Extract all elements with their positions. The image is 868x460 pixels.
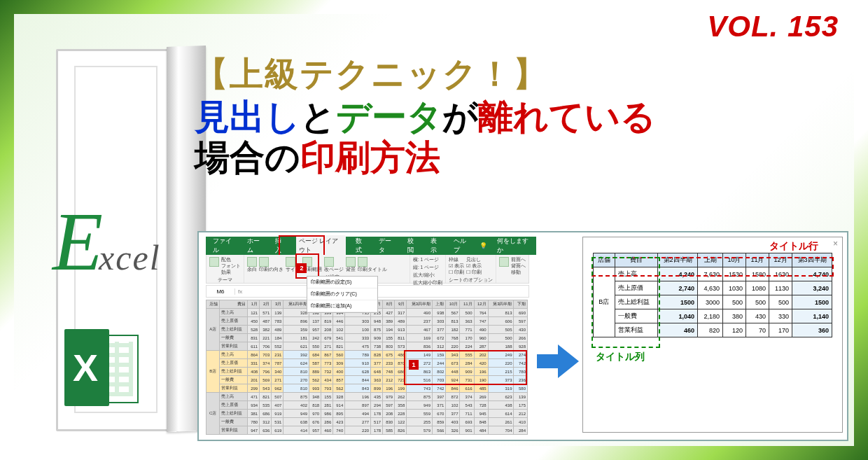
menu-clear-print-area[interactable]: 印刷範囲のクリア(C) <box>307 288 377 300</box>
highlight-selection <box>404 350 527 385</box>
arrow-icon <box>537 344 579 378</box>
close-icon[interactable]: × <box>833 239 838 249</box>
screenshot-panel: ファイル ホーム 挿入 ページ レイアウト 数式 データ 校閲 表示 ヘルプ 💡… <box>197 231 848 441</box>
title-line3: 場合の印刷方法 <box>195 138 826 179</box>
menu-set-print-area[interactable]: 印刷範囲の設定(S) <box>307 277 377 288</box>
title-line1: 【上級テクニック！】 <box>195 55 826 93</box>
ribbon-group-sheet-options: 枠線☑ 表示☐ 印刷 見出し☑ 表示☐ 印刷 シートのオプション <box>446 255 496 283</box>
print-titles-icon[interactable] <box>358 257 368 267</box>
print-result-panel: × タイトル行 店舗費目第2四半期上期10月11月12月第3四半期B店売上高4,… <box>582 237 843 433</box>
excel-word-logo: Excel <box>52 195 161 290</box>
label-title-row: タイトル行 <box>769 240 818 253</box>
dashed-title-col <box>592 257 660 348</box>
size-icon[interactable] <box>286 257 295 267</box>
orientation-icon[interactable] <box>259 257 269 267</box>
bring-forward-icon[interactable] <box>499 257 509 267</box>
tab-review[interactable]: 校閲 <box>405 235 421 256</box>
menu-add-print-area[interactable]: 印刷範囲に追加(A) <box>307 300 377 312</box>
title-line2: 見出しとデータが離れている <box>195 97 826 138</box>
name-box[interactable]: M6 <box>206 288 235 295</box>
excel-app-icon: X <box>64 329 141 406</box>
excel-x-letter: X <box>73 349 98 386</box>
step-badge-2: 2 <box>297 263 307 273</box>
ribbon-group-arrange: 前面へ 背面へ 移動 <box>496 255 528 283</box>
title-block: 【上級テクニック！】 見出しとデータが離れている 場合の印刷方法 <box>195 55 826 178</box>
fx-icon[interactable]: fx <box>235 288 245 295</box>
thumbnail-frame: VOL. 153 Excel X 【上級テクニック！】 見出しとデータが離れてい… <box>0 0 868 460</box>
excel-window-mock: ファイル ホーム 挿入 ページ レイアウト 数式 データ 校閲 表示 ヘルプ 💡… <box>206 237 529 435</box>
tell-me[interactable]: 何をしますか <box>494 235 532 256</box>
tab-data[interactable]: データ <box>376 235 398 256</box>
ribbon-group-theme: 配色 フォント 効果 テーマ <box>206 255 244 283</box>
tab-formula[interactable]: 数式 <box>353 235 369 256</box>
breaks-icon[interactable] <box>324 257 334 267</box>
theme-icon[interactable] <box>209 257 219 267</box>
excel-e: E <box>52 195 103 290</box>
label-title-col: タイトル列 <box>596 351 645 363</box>
volume-label: VOL. 153 <box>707 10 839 43</box>
ribbon-group-scale: 横: 1 ページ 縦: 1 ページ 拡大/縮小: 拡大縮小印刷 <box>410 255 446 283</box>
excel-rest: xcel <box>99 238 160 277</box>
step-badge-1: 1 <box>409 360 419 370</box>
tab-view[interactable]: 表示 <box>428 235 444 256</box>
tab-home[interactable]: ホーム <box>244 235 266 256</box>
margin-icon[interactable] <box>247 257 257 267</box>
print-area-dropdown: 印刷範囲の設定(S) 印刷範囲のクリア(C) 印刷範囲に追加(A) <box>307 276 378 313</box>
tab-file[interactable]: ファイル <box>210 235 237 256</box>
tab-help[interactable]: ヘルプ <box>451 235 472 256</box>
ribbon-tabs: ファイル ホーム 挿入 ページ レイアウト 数式 データ 校閲 表示 ヘルプ 💡… <box>206 237 536 255</box>
background-icon[interactable] <box>346 257 356 267</box>
